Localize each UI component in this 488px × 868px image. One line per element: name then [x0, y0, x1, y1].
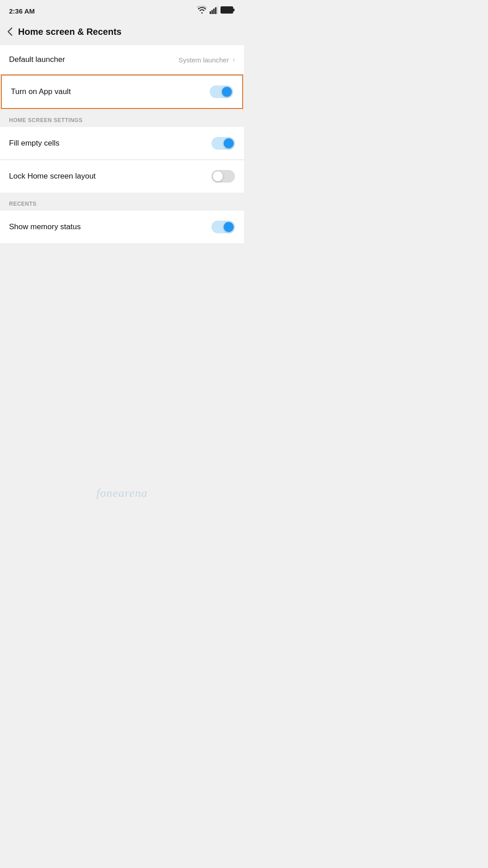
page-title: Home screen & Recents — [18, 27, 122, 37]
chevron-right-icon: › — [233, 56, 235, 64]
signal-icon — [210, 6, 218, 16]
lock-home-screen-toggle[interactable] — [211, 170, 235, 183]
header: Home screen & Recents — [0, 20, 244, 45]
app-vault-label: Turn on App vault — [11, 87, 71, 96]
gray-area — [0, 243, 244, 478]
default-launcher-value[interactable]: System launcher › — [178, 56, 235, 64]
default-launcher-value-text: System launcher — [178, 56, 229, 64]
recents-header: RECENTS — [0, 193, 244, 211]
fill-empty-cells-label: Fill empty cells — [9, 139, 59, 148]
status-bar: 2:36 AM — [0, 0, 244, 20]
app-vault-section: Turn on App vault — [1, 75, 243, 109]
home-screen-settings-header: HOME SCREEN SETTINGS — [0, 109, 244, 127]
svg-rect-0 — [210, 11, 211, 14]
default-launcher-label: Default launcher — [9, 55, 65, 64]
status-icons — [197, 6, 235, 16]
show-memory-status-row[interactable]: Show memory status — [0, 211, 244, 243]
lock-home-screen-label: Lock Home screen layout — [9, 172, 96, 181]
watermark-text: fonearena — [96, 486, 147, 500]
home-screen-settings-section: Fill empty cells Lock Home screen layout — [0, 127, 244, 193]
default-launcher-section: Default launcher System launcher › — [0, 45, 244, 74]
recents-section: Show memory status — [0, 211, 244, 243]
svg-rect-2 — [213, 9, 215, 14]
show-memory-status-toggle-thumb — [224, 222, 234, 232]
svg-rect-6 — [233, 9, 235, 11]
watermark: fonearena — [0, 478, 244, 513]
svg-rect-5 — [221, 7, 233, 14]
app-vault-row[interactable]: Turn on App vault — [2, 75, 242, 108]
fill-empty-cells-row[interactable]: Fill empty cells — [0, 127, 244, 160]
show-memory-status-label: Show memory status — [9, 222, 81, 231]
default-launcher-row[interactable]: Default launcher System launcher › — [0, 45, 244, 74]
wifi-icon — [197, 6, 207, 16]
battery-icon — [221, 6, 235, 15]
show-memory-status-toggle[interactable] — [211, 221, 235, 233]
app-vault-toggle[interactable] — [210, 85, 233, 98]
back-button[interactable] — [7, 27, 13, 36]
lock-home-screen-toggle-thumb — [213, 171, 223, 181]
lock-home-screen-row[interactable]: Lock Home screen layout — [0, 160, 244, 193]
fill-empty-cells-toggle-thumb — [224, 138, 234, 148]
svg-rect-4 — [217, 6, 218, 14]
app-vault-toggle-thumb — [222, 87, 232, 97]
svg-rect-3 — [215, 7, 216, 14]
status-time: 2:36 AM — [9, 7, 35, 15]
svg-rect-1 — [211, 10, 213, 14]
fill-empty-cells-toggle[interactable] — [211, 137, 235, 150]
